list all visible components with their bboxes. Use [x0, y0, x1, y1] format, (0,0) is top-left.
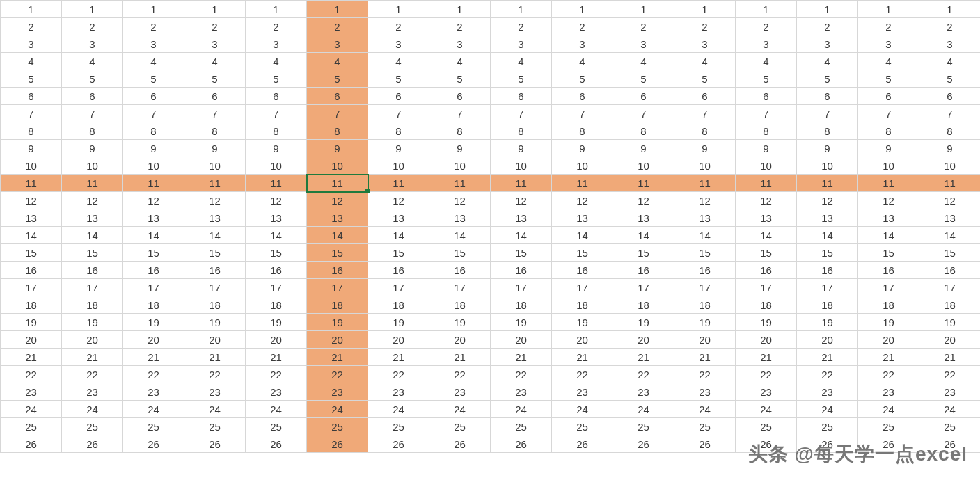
cell[interactable]: 13: [491, 209, 552, 227]
cell[interactable]: 2: [429, 18, 491, 35]
cell[interactable]: 6: [613, 88, 674, 105]
cell[interactable]: 3: [552, 35, 613, 53]
cell[interactable]: 7: [368, 105, 429, 122]
cell[interactable]: 13: [429, 209, 491, 227]
cell[interactable]: 24: [246, 401, 307, 418]
cell[interactable]: 11: [736, 175, 797, 192]
cell[interactable]: 11: [858, 175, 919, 192]
cell[interactable]: 8: [62, 122, 123, 140]
cell[interactable]: 1: [307, 1, 368, 18]
cell[interactable]: 4: [429, 53, 491, 70]
cell[interactable]: 11: [552, 175, 613, 192]
cell[interactable]: 4: [246, 53, 307, 70]
cell[interactable]: 4: [919, 53, 981, 70]
cell[interactable]: 2: [62, 18, 123, 35]
cell[interactable]: 13: [123, 209, 184, 227]
cell[interactable]: 15: [184, 244, 246, 262]
cell[interactable]: 17: [246, 279, 307, 296]
cell[interactable]: 16: [246, 262, 307, 279]
cell[interactable]: 13: [307, 209, 368, 227]
cell[interactable]: 14: [429, 227, 491, 244]
cell[interactable]: 4: [123, 53, 184, 70]
cell[interactable]: 12: [491, 192, 552, 209]
cell[interactable]: 25: [429, 418, 491, 435]
cell[interactable]: 24: [491, 401, 552, 418]
cell[interactable]: 6: [123, 88, 184, 105]
cell[interactable]: 14: [797, 227, 858, 244]
cell[interactable]: 22: [429, 366, 491, 383]
cell[interactable]: 7: [674, 105, 736, 122]
cell[interactable]: 16: [184, 262, 246, 279]
cell[interactable]: 25: [307, 418, 368, 435]
cell[interactable]: 9: [674, 140, 736, 157]
cell[interactable]: 18: [307, 296, 368, 314]
cell[interactable]: 2: [613, 18, 674, 35]
cell[interactable]: 9: [368, 140, 429, 157]
cell[interactable]: 22: [246, 366, 307, 383]
cell[interactable]: 16: [62, 262, 123, 279]
cell[interactable]: 3: [491, 35, 552, 53]
cell[interactable]: 22: [797, 366, 858, 383]
cell[interactable]: 18: [736, 296, 797, 314]
cell[interactable]: 22: [552, 366, 613, 383]
cell[interactable]: 9: [1, 140, 62, 157]
cell[interactable]: 26: [797, 435, 858, 453]
cell[interactable]: 15: [429, 244, 491, 262]
cell[interactable]: 20: [1, 331, 62, 349]
cell[interactable]: 5: [797, 70, 858, 88]
cell[interactable]: 22: [858, 366, 919, 383]
cell[interactable]: 16: [491, 262, 552, 279]
cell[interactable]: 10: [184, 157, 246, 175]
cell[interactable]: 3: [736, 35, 797, 53]
cell[interactable]: 8: [491, 122, 552, 140]
cell[interactable]: 21: [491, 349, 552, 366]
cell[interactable]: 24: [368, 401, 429, 418]
cell[interactable]: 1: [246, 1, 307, 18]
cell[interactable]: 17: [307, 279, 368, 296]
cell[interactable]: 22: [1, 366, 62, 383]
cell[interactable]: 12: [307, 192, 368, 209]
cell[interactable]: 12: [552, 192, 613, 209]
cell[interactable]: 22: [919, 366, 981, 383]
cell[interactable]: 1: [123, 1, 184, 18]
cell[interactable]: 3: [858, 35, 919, 53]
cell[interactable]: 20: [736, 331, 797, 349]
cell[interactable]: 7: [184, 105, 246, 122]
cell[interactable]: 18: [1, 296, 62, 314]
cell[interactable]: 17: [858, 279, 919, 296]
cell[interactable]: 4: [858, 53, 919, 70]
cell[interactable]: 23: [429, 383, 491, 401]
cell[interactable]: 24: [736, 401, 797, 418]
spreadsheet-grid[interactable]: 1111111111111111222222222222222233333333…: [0, 0, 980, 453]
cell[interactable]: 20: [123, 331, 184, 349]
cell[interactable]: 12: [429, 192, 491, 209]
cell[interactable]: 26: [613, 435, 674, 453]
cell[interactable]: 1: [674, 1, 736, 18]
cell[interactable]: 3: [919, 35, 981, 53]
cell[interactable]: 21: [919, 349, 981, 366]
cell[interactable]: 12: [123, 192, 184, 209]
cell[interactable]: 5: [307, 70, 368, 88]
cell[interactable]: 4: [62, 53, 123, 70]
cell[interactable]: 13: [184, 209, 246, 227]
cell[interactable]: 26: [123, 435, 184, 453]
cell[interactable]: 16: [674, 262, 736, 279]
cell[interactable]: 13: [919, 209, 981, 227]
cell[interactable]: 11: [1, 175, 62, 192]
cell[interactable]: 10: [919, 157, 981, 175]
cell[interactable]: 19: [184, 314, 246, 331]
cell[interactable]: 20: [368, 331, 429, 349]
cell[interactable]: 15: [368, 244, 429, 262]
cell[interactable]: 20: [674, 331, 736, 349]
cell[interactable]: 24: [552, 401, 613, 418]
cell[interactable]: 8: [368, 122, 429, 140]
cell[interactable]: 19: [123, 314, 184, 331]
cell[interactable]: 26: [429, 435, 491, 453]
cell[interactable]: 19: [858, 314, 919, 331]
cell[interactable]: 8: [1, 122, 62, 140]
cell[interactable]: 21: [368, 349, 429, 366]
cell[interactable]: 26: [736, 435, 797, 453]
cell[interactable]: 18: [674, 296, 736, 314]
cell[interactable]: 12: [919, 192, 981, 209]
cell[interactable]: 7: [858, 105, 919, 122]
